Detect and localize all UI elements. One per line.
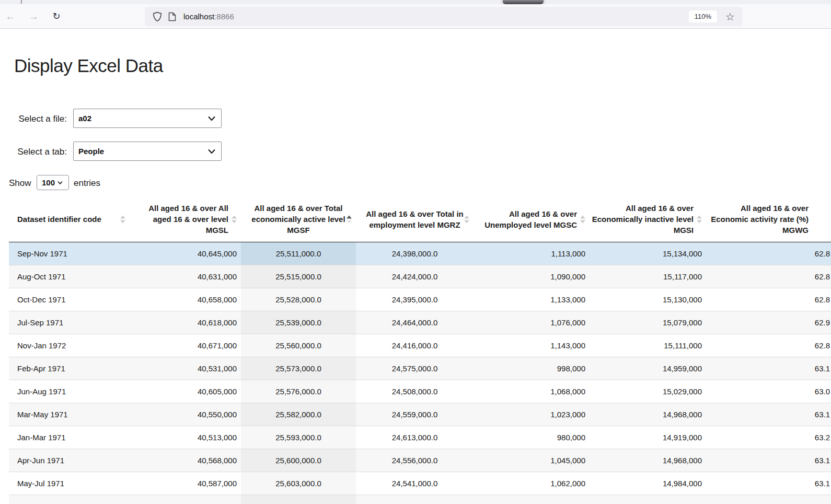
column-header-6[interactable]: All aged 16 & over Economic activity rat… — [706, 197, 831, 242]
table-cell: 25,600,000.0 — [241, 449, 356, 472]
table-cell: Apr-Jun 1971 — [9, 449, 130, 472]
sort-arrows-icon[interactable] — [580, 215, 585, 223]
table-row[interactable]: Jan-Mar 197140,513,00025,593,000.024,613… — [9, 426, 831, 449]
page-info-icon[interactable] — [165, 9, 179, 24]
zoom-level-button[interactable]: 110% — [689, 10, 717, 22]
table-cell — [590, 495, 706, 504]
table-cell: 24,464,000.0 — [356, 311, 474, 334]
table-cell: 25,573,000.0 — [241, 357, 356, 380]
sort-arrows-icon[interactable] — [232, 215, 237, 223]
column-header-5[interactable]: All aged 16 & over Economically inactive… — [590, 197, 706, 242]
table-cell: 24,508,000.0 — [356, 380, 474, 403]
page-title: Display Excel Data — [14, 55, 163, 76]
table-cell: 25,593,000.0 — [241, 426, 356, 449]
show-entries-prefix: Show — [9, 178, 31, 189]
tab-select-wrap: People — [73, 142, 222, 161]
column-header-label: All aged 16 & over All aged 16 & over le… — [148, 204, 228, 235]
table-cell: 15,029,000 — [590, 380, 706, 403]
table-header-row: Dataset identifier codeAll aged 16 & ove… — [9, 197, 831, 242]
table-cell: Oct-Dec 1971 — [9, 288, 130, 311]
table-row[interactable]: Nov-Jan 197240,671,00025,560,000.024,416… — [9, 334, 831, 357]
table-cell: 62.8 — [706, 288, 831, 311]
table-cell — [356, 495, 474, 504]
sort-arrows-icon[interactable] — [697, 215, 702, 223]
table-cell: 1,076,000 — [474, 311, 590, 334]
reload-icon[interactable]: ↻ — [48, 8, 65, 25]
table-row[interactable]: Sep-Nov 197140,645,00025,511,000.024,398… — [9, 242, 831, 265]
table-row[interactable]: May-Jul 197140,587,00025,603,000.024,541… — [9, 472, 831, 495]
table-cell: 62.9 — [706, 311, 831, 334]
show-entries-suffix: entries — [74, 178, 100, 189]
table-cell: 63.1 — [706, 449, 831, 472]
table-cell: 25,539,000.0 — [241, 311, 356, 334]
sort-arrows-icon[interactable] — [347, 215, 352, 223]
forward-icon[interactable]: → — [25, 8, 42, 25]
table-row[interactable]: Apr-Jun 197140,568,00025,600,000.024,556… — [9, 449, 831, 472]
table-cell: 24,395,000.0 — [356, 288, 474, 311]
data-table: Dataset identifier codeAll aged 16 & ove… — [9, 197, 831, 504]
entries-count-select[interactable]: 100 — [37, 175, 69, 190]
table-cell: 14,959,000 — [590, 357, 706, 380]
table-cell: 14,984,000 — [590, 472, 706, 495]
table-cell: 62.8 — [706, 265, 831, 288]
table-cell: 63.1 — [706, 357, 831, 380]
table-cell: 24,541,000.0 — [356, 472, 474, 495]
table-row[interactable]: Feb-Apr 197140,531,00025,573,000.024,575… — [9, 357, 831, 380]
bookmark-star-icon[interactable]: ☆ — [725, 11, 735, 22]
table-cell: 1,068,000 — [474, 380, 590, 403]
tab-strip — [0, 0, 831, 4]
table-cell: Feb-Apr 1971 — [9, 357, 130, 380]
file-select-label: Select a file: — [0, 114, 67, 124]
column-header-label: All aged 16 & over Unemployed level MGSC — [484, 209, 577, 229]
table-row[interactable]: Mar-May 197140,550,00025,582,000.024,559… — [9, 403, 831, 426]
table-row[interactable]: Aug-Oct 197140,631,00025,515,000.024,424… — [9, 265, 831, 288]
column-header-label: All aged 16 & over Total economically ac… — [251, 204, 345, 235]
table-cell: 15,134,000 — [590, 242, 706, 265]
table-cell: 1,045,000 — [474, 449, 590, 472]
tab-select[interactable]: People — [73, 142, 222, 161]
table-cell: 25,582,000.0 — [241, 403, 356, 426]
column-header-3[interactable]: All aged 16 & over Total in employment l… — [356, 197, 474, 242]
sort-arrows-icon[interactable] — [464, 215, 469, 223]
table-cell: May-Jul 1971 — [9, 472, 130, 495]
table-cell: 15,130,000 — [590, 288, 706, 311]
shield-icon[interactable] — [150, 9, 165, 24]
table-cell: 62.8 — [706, 242, 831, 265]
table-cell: 25,603,000.0 — [241, 472, 356, 495]
url-port: :8866 — [214, 12, 234, 21]
table-cell: 24,575,000.0 — [356, 357, 474, 380]
table-cell: 63.1 — [706, 403, 831, 426]
table-row[interactable]: Oct-Dec 197140,658,00025,528,000.024,395… — [9, 288, 831, 311]
table-cell: 24,424,000.0 — [356, 265, 474, 288]
browser-window: ← → ↻ localhost:8866 110% ☆ Display Exce… — [0, 0, 831, 504]
table-cell: 40,587,000 — [130, 472, 241, 495]
table-cell: 40,658,000 — [130, 288, 241, 311]
column-header-4[interactable]: All aged 16 & over Unemployed level MGSC — [474, 197, 590, 242]
table-cell: 1,113,000 — [474, 242, 590, 265]
entries-select-wrap: 100 — [37, 175, 69, 190]
table-row[interactable]: Jul-Sep 197140,618,00025,539,000.024,464… — [9, 311, 831, 334]
column-header-1[interactable]: All aged 16 & over All aged 16 & over le… — [130, 197, 241, 242]
table-cell: 24,613,000.0 — [356, 426, 474, 449]
table-cell: 40,671,000 — [130, 334, 241, 357]
column-header-0[interactable]: Dataset identifier code — [9, 197, 130, 242]
file-select[interactable]: a02 — [73, 109, 222, 128]
table-row-partial[interactable] — [9, 495, 831, 504]
table-cell: 14,968,000 — [590, 403, 706, 426]
table-cell: 63.2 — [706, 426, 831, 449]
back-icon[interactable]: ← — [2, 8, 19, 25]
url-host: localhost — [183, 12, 214, 21]
column-header-label: All aged 16 & over Economically inactive… — [592, 204, 694, 235]
sort-arrows-icon[interactable] — [120, 215, 125, 223]
tab-divider — [21, 0, 22, 4]
table-cell: 40,513,000 — [130, 426, 241, 449]
url-text: localhost:8866 — [183, 12, 234, 21]
url-bar[interactable]: localhost:8866 110% ☆ — [145, 7, 742, 26]
table-cell — [241, 495, 356, 504]
table-row[interactable]: Jun-Aug 197140,605,00025,576,000.024,508… — [9, 380, 831, 403]
file-select-wrap: a02 — [73, 109, 222, 128]
tab-select-label: Select a tab: — [0, 147, 67, 157]
column-header-2[interactable]: All aged 16 & over Total economically ac… — [241, 197, 356, 242]
table-cell: 15,111,000 — [590, 334, 706, 357]
data-table-wrap: Dataset identifier codeAll aged 16 & ove… — [9, 197, 831, 504]
